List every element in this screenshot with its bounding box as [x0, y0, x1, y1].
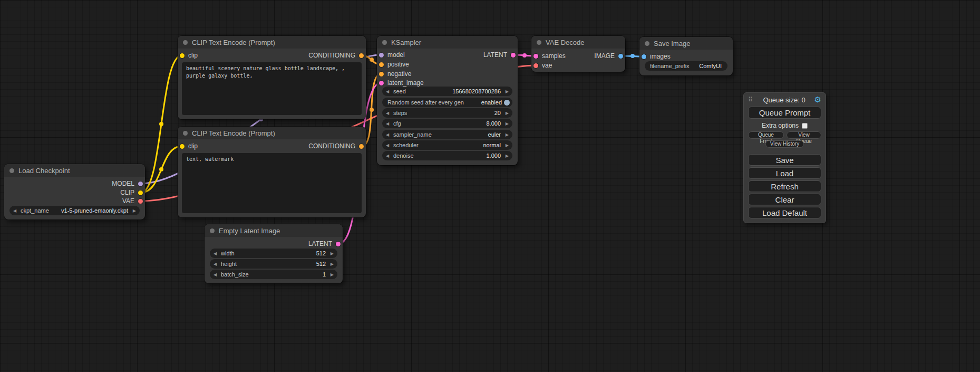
decrement-arrow-icon[interactable]: ◀ — [386, 111, 392, 116]
node-empty-latent-image[interactable]: Empty Latent Image LATENT ◀ width 512 ▶ … — [205, 224, 343, 283]
decrement-arrow-icon[interactable]: ◀ — [386, 143, 392, 148]
decrement-arrow-icon[interactable]: ◀ — [214, 251, 219, 256]
decrement-arrow-icon[interactable]: ◀ — [386, 89, 392, 94]
prompt-textarea[interactable]: beautiful scenery nature glass bottle la… — [182, 62, 362, 115]
increment-arrow-icon[interactable]: ▶ — [130, 208, 136, 213]
queue-prompt-button[interactable]: Queue Prompt — [748, 107, 821, 119]
slot-dot-clip[interactable] — [138, 190, 143, 195]
slot-dot-conditioning[interactable] — [359, 144, 364, 149]
decrement-arrow-icon[interactable]: ◀ — [214, 262, 219, 266]
output-slot-vae[interactable]: VAE — [4, 197, 145, 205]
node-vae-decode[interactable]: VAE Decode samples vae IMAGE — [531, 36, 625, 72]
node-title-bar[interactable]: CLIP Text Encode (Prompt) — [178, 127, 366, 139]
queue-front-button[interactable]: Queue Front — [748, 131, 784, 139]
widget-value: 156680208700286 — [452, 88, 501, 94]
node-title: CLIP Text Encode (Prompt) — [192, 129, 275, 137]
slot-dot-latent[interactable] — [336, 242, 341, 246]
save-button[interactable]: Save — [748, 154, 821, 166]
input-slot-images[interactable]: images — [639, 52, 733, 61]
widget-ckpt-name[interactable]: ◀ ckpt_name v1-5-pruned-emaonly.ckpt ▶ — [9, 206, 140, 215]
output-slot-conditioning[interactable]: CONDITIONING — [178, 51, 366, 60]
settings-gear-icon[interactable]: ⚙ — [812, 95, 821, 104]
slot-dot-latent[interactable] — [511, 53, 516, 58]
slot-label: images — [650, 53, 671, 60]
widget-cfg[interactable]: ◀ cfg 8.000 ▶ — [382, 119, 512, 128]
slot-dot-vae[interactable] — [533, 63, 538, 68]
node-save-image[interactable]: Save Image images filename_prefix ComfyU… — [639, 37, 733, 75]
view-queue-button[interactable]: View Queue — [787, 131, 821, 139]
increment-arrow-icon[interactable]: ▶ — [503, 143, 509, 148]
output-slot-conditioning[interactable]: CONDITIONING — [178, 142, 366, 150]
queue-panel-header[interactable]: ⠿ Queue size: 0 ⚙ — [748, 95, 821, 105]
node-title-bar[interactable]: VAE Decode — [531, 36, 625, 49]
output-slot-latent[interactable]: LATENT — [377, 51, 518, 59]
node-title-bar[interactable]: Empty Latent Image — [205, 224, 343, 237]
output-slot-latent[interactable]: LATENT — [205, 240, 343, 248]
slot-dot-positive[interactable] — [379, 62, 384, 67]
wire-midpoint-image — [630, 54, 635, 58]
node-title-bar[interactable]: Load Checkpoint — [4, 164, 145, 177]
widget-random-seed-toggle[interactable]: Random seed after every gen enabled — [382, 98, 512, 107]
node-title: Load Checkpoint — [18, 167, 70, 175]
output-slot-image[interactable]: IMAGE — [531, 52, 625, 60]
widget-name: scheduler — [393, 142, 419, 148]
node-title-bar[interactable]: Save Image — [639, 37, 733, 50]
increment-arrow-icon[interactable]: ▶ — [503, 154, 509, 158]
increment-arrow-icon[interactable]: ▶ — [503, 121, 509, 126]
input-slot-vae[interactable]: vae — [531, 61, 625, 70]
slot-dot-conditioning[interactable] — [359, 53, 364, 58]
widget-width[interactable]: ◀ width 512 ▶ — [210, 249, 337, 258]
slot-dot-model[interactable] — [138, 182, 143, 186]
output-slot-clip[interactable]: CLIP — [4, 188, 145, 197]
refresh-button[interactable]: Refresh — [748, 180, 821, 192]
graph-canvas[interactable]: Load Checkpoint MODEL CLIP VAE ◀ ckpt_na… — [0, 0, 980, 372]
widget-value: ComfyUI — [699, 63, 722, 69]
input-slot-negative[interactable]: negative — [377, 70, 518, 78]
slot-dot-latent-image[interactable] — [379, 81, 384, 85]
widget-steps[interactable]: ◀ steps 20 ▶ — [382, 108, 512, 118]
decrement-arrow-icon[interactable]: ◀ — [386, 121, 392, 126]
increment-arrow-icon[interactable]: ▶ — [328, 272, 334, 277]
node-ksampler[interactable]: KSampler model positive negative latent_… — [377, 36, 518, 165]
clear-button[interactable]: Clear — [748, 194, 821, 205]
node-clip-text-encode-negative[interactable]: CLIP Text Encode (Prompt) clip CONDITION… — [178, 127, 366, 217]
node-clip-text-encode-positive[interactable]: CLIP Text Encode (Prompt) clip CONDITION… — [178, 36, 366, 119]
input-slot-latent-image[interactable]: latent_image — [377, 79, 518, 87]
widget-height[interactable]: ◀ height 512 ▶ — [210, 259, 337, 269]
increment-arrow-icon[interactable]: ▶ — [328, 262, 334, 266]
widget-value: 512 — [316, 250, 326, 256]
load-default-button[interactable]: Load Default — [748, 207, 821, 218]
prompt-textarea[interactable]: text, watermark — [182, 153, 362, 213]
node-load-checkpoint[interactable]: Load Checkpoint MODEL CLIP VAE ◀ ckpt_na… — [4, 164, 145, 220]
widget-batch-size[interactable]: ◀ batch_size 1 ▶ — [210, 270, 337, 279]
widget-scheduler[interactable]: ◀ scheduler normal ▶ — [382, 140, 512, 150]
widget-filename-prefix[interactable]: filename_prefix ComfyUI — [645, 61, 727, 71]
slot-dot-negative[interactable] — [379, 72, 384, 77]
widget-name: sampler_name — [393, 131, 432, 138]
output-slot-model[interactable]: MODEL — [4, 179, 145, 188]
node-title-bar[interactable]: CLIP Text Encode (Prompt) — [178, 36, 366, 49]
decrement-arrow-icon[interactable]: ◀ — [386, 154, 392, 158]
decrement-arrow-icon[interactable]: ◀ — [386, 132, 392, 137]
drag-handle-icon[interactable]: ⠿ — [748, 96, 756, 103]
input-slot-positive[interactable]: positive — [377, 60, 518, 69]
widget-sampler-name[interactable]: ◀ sampler_name euler ▶ — [382, 130, 512, 139]
decrement-arrow-icon[interactable]: ◀ — [214, 272, 219, 277]
view-history-button[interactable]: View History — [765, 140, 804, 148]
widget-denoise[interactable]: ◀ denoise 1.000 ▶ — [382, 151, 512, 160]
widget-seed[interactable]: ◀ seed 156680208700286 ▶ — [382, 87, 512, 96]
decrement-arrow-icon[interactable]: ◀ — [13, 208, 19, 213]
increment-arrow-icon[interactable]: ▶ — [503, 111, 509, 116]
slot-dot-image[interactable] — [618, 54, 623, 59]
increment-arrow-icon[interactable]: ▶ — [503, 132, 509, 137]
slot-dot-vae[interactable] — [138, 199, 143, 204]
extra-options-checkbox[interactable] — [802, 123, 808, 129]
increment-arrow-icon[interactable]: ▶ — [503, 89, 509, 94]
increment-arrow-icon[interactable]: ▶ — [328, 251, 334, 256]
slot-dot-images[interactable] — [642, 54, 646, 59]
widget-name: filename_prefix — [650, 63, 690, 69]
node-title-bar[interactable]: KSampler — [377, 36, 518, 49]
widget-name: width — [221, 250, 235, 256]
load-button[interactable]: Load — [748, 167, 821, 179]
toggle-knob-icon[interactable] — [504, 100, 510, 106]
